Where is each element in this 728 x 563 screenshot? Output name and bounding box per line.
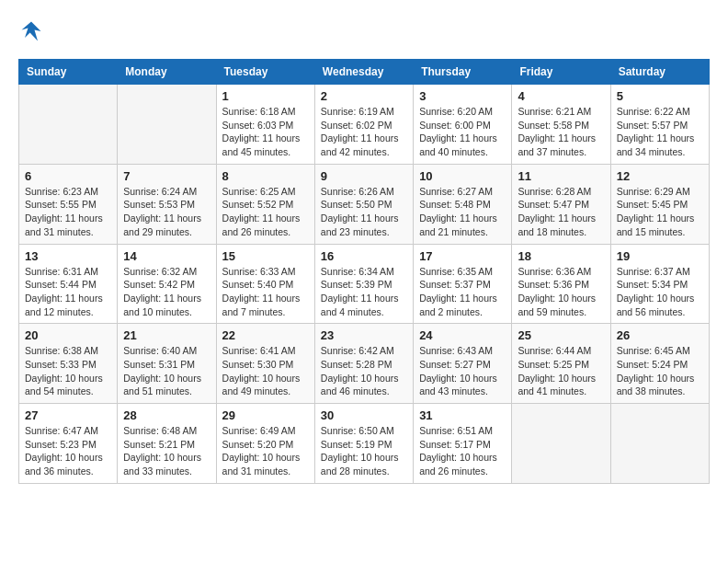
day-number: 9 [321,169,407,183]
day-info: Sunrise: 6:22 AMSunset: 5:57 PMDaylight:… [617,105,703,159]
logo-bird-icon [18,18,44,44]
empty-cell [512,404,610,484]
day-info: Sunrise: 6:25 AMSunset: 5:52 PMDaylight:… [222,185,309,239]
day-number: 10 [419,169,506,183]
calendar-header-row: SundayMondayTuesdayWednesdayThursdayFrid… [19,60,710,85]
day-info: Sunrise: 6:24 AMSunset: 5:53 PMDaylight:… [123,185,210,239]
day-cell-8: 8Sunrise: 6:25 AMSunset: 5:52 PMDaylight… [216,164,314,244]
day-cell-16: 16Sunrise: 6:34 AMSunset: 5:39 PMDayligh… [314,244,413,324]
day-info: Sunrise: 6:48 AMSunset: 5:21 PMDaylight:… [123,424,210,478]
header-day-monday: Monday [118,60,216,85]
day-cell-29: 29Sunrise: 6:49 AMSunset: 5:20 PMDayligh… [216,404,314,484]
day-cell-21: 21Sunrise: 6:40 AMSunset: 5:31 PMDayligh… [118,324,216,404]
day-info: Sunrise: 6:47 AMSunset: 5:23 PMDaylight:… [25,424,111,478]
day-number: 17 [419,249,506,263]
day-number: 23 [321,328,407,342]
day-cell-3: 3Sunrise: 6:20 AMSunset: 6:00 PMDaylight… [414,85,512,165]
day-number: 4 [518,89,604,103]
day-cell-4: 4Sunrise: 6:21 AMSunset: 5:58 PMDaylight… [512,85,610,165]
day-cell-6: 6Sunrise: 6:23 AMSunset: 5:55 PMDaylight… [19,164,118,244]
day-info: Sunrise: 6:23 AMSunset: 5:55 PMDaylight:… [25,185,111,239]
day-info: Sunrise: 6:33 AMSunset: 5:40 PMDaylight:… [222,265,309,319]
day-cell-25: 25Sunrise: 6:44 AMSunset: 5:25 PMDayligh… [512,324,610,404]
day-number: 6 [25,169,111,183]
day-info: Sunrise: 6:34 AMSunset: 5:39 PMDaylight:… [321,265,407,319]
page-header [18,18,710,44]
day-info: Sunrise: 6:38 AMSunset: 5:33 PMDaylight:… [25,344,111,398]
day-cell-9: 9Sunrise: 6:26 AMSunset: 5:50 PMDaylight… [314,164,413,244]
day-cell-28: 28Sunrise: 6:48 AMSunset: 5:21 PMDayligh… [118,404,216,484]
day-number: 28 [123,408,210,422]
day-info: Sunrise: 6:36 AMSunset: 5:36 PMDaylight:… [518,265,604,319]
day-number: 8 [222,169,309,183]
day-info: Sunrise: 6:44 AMSunset: 5:25 PMDaylight:… [518,344,604,398]
day-info: Sunrise: 6:51 AMSunset: 5:17 PMDaylight:… [419,424,506,478]
day-info: Sunrise: 6:35 AMSunset: 5:37 PMDaylight:… [419,265,506,319]
day-cell-15: 15Sunrise: 6:33 AMSunset: 5:40 PMDayligh… [216,244,314,324]
day-cell-17: 17Sunrise: 6:35 AMSunset: 5:37 PMDayligh… [414,244,512,324]
day-number: 2 [321,89,407,103]
day-cell-18: 18Sunrise: 6:36 AMSunset: 5:36 PMDayligh… [512,244,610,324]
day-number: 27 [25,408,111,422]
day-number: 1 [222,89,309,103]
day-cell-2: 2Sunrise: 6:19 AMSunset: 6:02 PMDaylight… [314,85,413,165]
day-cell-24: 24Sunrise: 6:43 AMSunset: 5:27 PMDayligh… [414,324,512,404]
day-number: 5 [617,89,703,103]
day-cell-1: 1Sunrise: 6:18 AMSunset: 6:03 PMDaylight… [216,85,314,165]
calendar-week-5: 27Sunrise: 6:47 AMSunset: 5:23 PMDayligh… [19,404,710,484]
logo [18,18,48,44]
calendar-week-2: 6Sunrise: 6:23 AMSunset: 5:55 PMDaylight… [19,164,710,244]
day-info: Sunrise: 6:20 AMSunset: 6:00 PMDaylight:… [419,105,506,159]
day-number: 20 [25,328,111,342]
day-info: Sunrise: 6:42 AMSunset: 5:28 PMDaylight:… [321,344,407,398]
day-number: 18 [518,249,604,263]
empty-cell [19,85,118,165]
calendar-table: SundayMondayTuesdayWednesdayThursdayFrid… [18,59,710,484]
day-cell-5: 5Sunrise: 6:22 AMSunset: 5:57 PMDaylight… [610,85,709,165]
svg-marker-0 [22,22,41,41]
day-info: Sunrise: 6:40 AMSunset: 5:31 PMDaylight:… [123,344,210,398]
empty-cell [610,404,709,484]
day-info: Sunrise: 6:37 AMSunset: 5:34 PMDaylight:… [617,265,703,319]
day-info: Sunrise: 6:45 AMSunset: 5:24 PMDaylight:… [617,344,703,398]
day-cell-30: 30Sunrise: 6:50 AMSunset: 5:19 PMDayligh… [314,404,413,484]
day-info: Sunrise: 6:27 AMSunset: 5:48 PMDaylight:… [419,185,506,239]
day-info: Sunrise: 6:21 AMSunset: 5:58 PMDaylight:… [518,105,604,159]
day-cell-19: 19Sunrise: 6:37 AMSunset: 5:34 PMDayligh… [610,244,709,324]
day-cell-14: 14Sunrise: 6:32 AMSunset: 5:42 PMDayligh… [118,244,216,324]
day-info: Sunrise: 6:43 AMSunset: 5:27 PMDaylight:… [419,344,506,398]
day-number: 26 [617,328,703,342]
day-number: 25 [518,328,604,342]
calendar-week-4: 20Sunrise: 6:38 AMSunset: 5:33 PMDayligh… [19,324,710,404]
day-number: 21 [123,328,210,342]
day-number: 24 [419,328,506,342]
day-number: 14 [123,249,210,263]
day-cell-23: 23Sunrise: 6:42 AMSunset: 5:28 PMDayligh… [314,324,413,404]
day-number: 30 [321,408,407,422]
day-info: Sunrise: 6:41 AMSunset: 5:30 PMDaylight:… [222,344,309,398]
calendar-week-1: 1Sunrise: 6:18 AMSunset: 6:03 PMDaylight… [19,85,710,165]
header-day-friday: Friday [512,60,610,85]
header-day-sunday: Sunday [19,60,118,85]
day-info: Sunrise: 6:29 AMSunset: 5:45 PMDaylight:… [617,185,703,239]
day-cell-7: 7Sunrise: 6:24 AMSunset: 5:53 PMDaylight… [118,164,216,244]
day-number: 31 [419,408,506,422]
day-info: Sunrise: 6:19 AMSunset: 6:02 PMDaylight:… [321,105,407,159]
day-number: 15 [222,249,309,263]
day-number: 22 [222,328,309,342]
header-day-thursday: Thursday [414,60,512,85]
day-number: 19 [617,249,703,263]
day-number: 12 [617,169,703,183]
day-info: Sunrise: 6:50 AMSunset: 5:19 PMDaylight:… [321,424,407,478]
day-cell-10: 10Sunrise: 6:27 AMSunset: 5:48 PMDayligh… [414,164,512,244]
day-cell-20: 20Sunrise: 6:38 AMSunset: 5:33 PMDayligh… [19,324,118,404]
day-cell-27: 27Sunrise: 6:47 AMSunset: 5:23 PMDayligh… [19,404,118,484]
day-cell-22: 22Sunrise: 6:41 AMSunset: 5:30 PMDayligh… [216,324,314,404]
empty-cell [118,85,216,165]
calendar-week-3: 13Sunrise: 6:31 AMSunset: 5:44 PMDayligh… [19,244,710,324]
day-cell-13: 13Sunrise: 6:31 AMSunset: 5:44 PMDayligh… [19,244,118,324]
day-info: Sunrise: 6:31 AMSunset: 5:44 PMDaylight:… [25,265,111,319]
day-number: 11 [518,169,604,183]
day-number: 13 [25,249,111,263]
day-info: Sunrise: 6:32 AMSunset: 5:42 PMDaylight:… [123,265,210,319]
